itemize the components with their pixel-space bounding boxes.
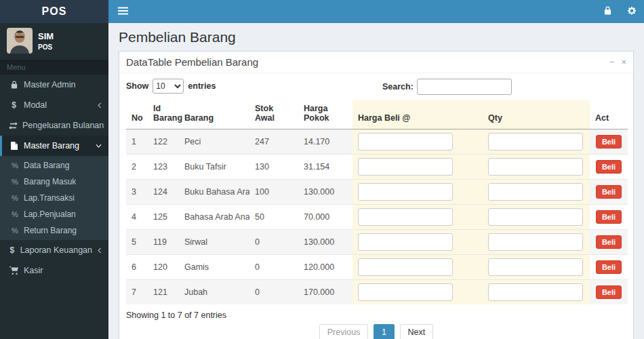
cell-barang: Peci [179,129,249,155]
qty-input[interactable] [488,283,583,301]
cell-no: 7 [126,280,148,305]
qty-input[interactable] [488,258,583,276]
harga-beli-input[interactable] [358,283,453,301]
header-harga-beli[interactable]: Harga Beli @ [353,100,483,129]
pagination-page-1[interactable]: 1 [374,324,395,339]
cell-harga-pokok: 120.000 [298,255,353,280]
user-panel: SIM POS [0,23,108,60]
box-tools: − × [609,58,626,66]
header-no[interactable]: No [126,100,148,129]
sidebar-item-modal[interactable]: $Modal [0,95,108,115]
sidebar-item-pengeluaran-bulanan[interactable]: Pengeluaran Bulanan [0,115,108,136]
table-row: 1122Peci24714.170Beli [126,129,628,155]
file-icon [9,142,19,150]
header-harga-pokok[interactable]: Harga Pokok [298,100,353,129]
beli-button[interactable]: Beli [596,260,622,274]
cell-act: Beli [590,280,628,305]
sidebar-item-master-barang[interactable]: Master Barang [0,136,108,156]
cell-no: 1 [126,129,148,155]
lock-icon [9,81,19,89]
navbar [108,0,644,23]
navbar-right [595,0,644,23]
cell-stok-awal: 130 [249,155,298,180]
harga-beli-input[interactable] [358,208,453,226]
box-header: DataTable Pembelian Barang − × [119,52,633,73]
cell-qty [483,155,590,180]
sidebar-subitem-return-barang[interactable]: %Return Barang [0,222,108,239]
beli-button[interactable]: Beli [596,235,622,249]
sidebar-item-laporan-keuangan[interactable]: $Laporan Keuangan [0,240,108,260]
lock-menu-button[interactable] [595,0,620,23]
cell-act: Beli [590,255,628,280]
sidebar-toggle-button[interactable] [108,0,137,23]
sidebar-subitem-label: Barang Masuk [24,177,76,186]
cell-act: Beli [590,155,628,180]
sidebar-subitem-label: Data Barang [24,161,69,170]
harga-beli-input[interactable] [358,158,453,176]
beli-button[interactable]: Beli [596,135,622,148]
cell-id-barang: 122 [148,129,179,155]
cell-qty [483,180,590,205]
cell-qty [483,205,590,230]
qty-input[interactable] [488,183,583,201]
cell-id-barang: 124 [148,180,179,205]
harga-beli-input[interactable] [358,233,453,251]
cell-harga-pokok: 14.170 [298,129,353,155]
cell-id-barang: 120 [148,255,179,280]
header-id-barang[interactable]: Id Barang [148,100,179,129]
sidebar-item-master-admin[interactable]: Master Admin [0,75,108,95]
qty-input[interactable] [488,133,583,151]
cell-qty [483,129,590,155]
percent-icon: % [11,194,19,202]
avatar [7,28,33,54]
cell-barang: Gamis [179,255,249,280]
harga-beli-input[interactable] [358,258,453,276]
qty-input[interactable] [488,208,583,226]
cell-act: Beli [590,180,628,205]
sidebar-subitem-data-barang[interactable]: %Data Barang [0,157,108,174]
beli-button[interactable]: Beli [596,285,622,299]
cell-stok-awal: 100 [249,180,298,205]
cell-stok-awal: 0 [249,255,298,280]
qty-input[interactable] [488,158,583,176]
header-barang[interactable]: Barang [179,100,249,129]
close-icon[interactable]: × [621,58,626,66]
chevron-left-icon [97,247,102,254]
beli-button[interactable]: Beli [596,210,622,224]
pagination-next[interactable]: Next [400,324,434,339]
collapse-icon[interactable]: − [609,58,615,66]
qty-input[interactable] [488,233,583,251]
cell-harga-beli [353,155,483,180]
header-row: No Id Barang Barang Stok Awal Harga Poko… [126,100,628,129]
cell-stok-awal: 50 [249,205,298,230]
beli-button[interactable]: Beli [596,160,622,174]
beli-button[interactable]: Beli [596,185,622,199]
table-row: 6120Gamis0120.000Beli [126,255,628,280]
cell-no: 3 [126,180,148,205]
cell-id-barang: 121 [148,280,179,305]
cell-barang: Buku Tafsir [179,155,249,180]
pembelian-table: No Id Barang Barang Stok Awal Harga Poko… [126,100,628,304]
cell-qty [483,255,590,280]
header-qty[interactable]: Qty [483,100,590,129]
cell-harga-pokok: 70.000 [298,205,353,230]
sidebar-item-label: Modal [24,100,92,110]
header-stok-awal[interactable]: Stok Awal [249,100,298,129]
settings-menu-button[interactable] [620,0,644,23]
sidebar-item-kasir[interactable]: Kasir [0,260,108,281]
datatable-box: DataTable Pembelian Barang − × Show 10 e… [119,51,634,339]
cell-barang: Jubah [179,280,249,305]
page-length-select[interactable]: 10 [153,79,184,94]
percent-icon: % [11,178,19,186]
datatable-controls: Show 10 entries Search: [126,79,626,98]
sidebar-subitem-lap-transaksi[interactable]: %Lap.Transaksi [0,190,108,206]
table-head: No Id Barang Barang Stok Awal Harga Poko… [126,100,628,129]
sidebar-subitem-lap-penjualan[interactable]: %Lap.Penjualan [0,206,108,222]
header-act[interactable]: Act [590,100,628,129]
search-input[interactable] [417,79,512,95]
harga-beli-input[interactable] [358,133,453,151]
pagination-previous[interactable]: Previous [319,324,369,339]
table-body: 1122Peci24714.170Beli2123Buku Tafsir1303… [126,129,628,305]
harga-beli-input[interactable] [358,183,453,201]
sidebar-subitem-barang-masuk[interactable]: %Barang Masuk [0,174,108,190]
